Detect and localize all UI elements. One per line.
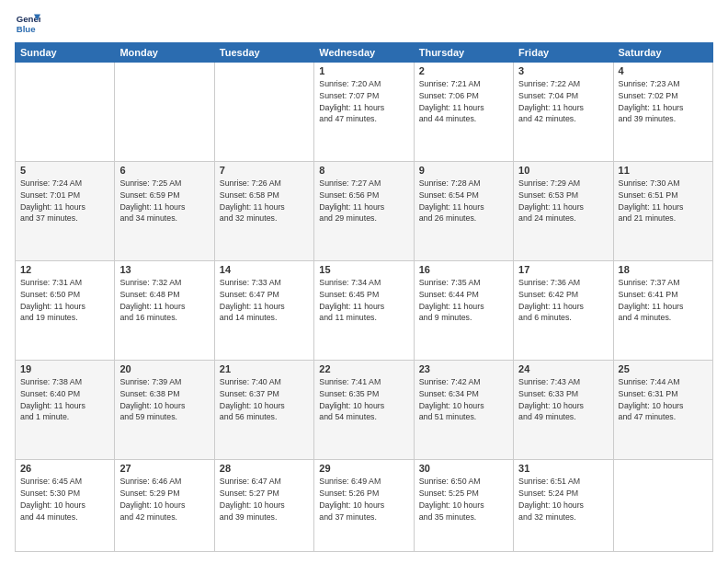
day-number: 18	[619, 264, 708, 275]
day-info: Sunrise: 7:40 AM Sunset: 6:37 PM Dayligh…	[220, 376, 309, 423]
table-row	[115, 63, 214, 162]
table-row: 28Sunrise: 6:47 AM Sunset: 5:27 PM Dayli…	[214, 460, 313, 552]
table-row: 10Sunrise: 7:29 AM Sunset: 6:53 PM Dayli…	[514, 162, 613, 261]
day-info: Sunrise: 6:47 AM Sunset: 5:27 PM Dayligh…	[220, 476, 309, 523]
table-row: 1Sunrise: 7:20 AM Sunset: 7:07 PM Daylig…	[314, 63, 414, 162]
day-info: Sunrise: 6:45 AM Sunset: 5:30 PM Dayligh…	[20, 476, 109, 523]
weekday-header-monday: Monday	[115, 43, 214, 63]
day-number: 16	[419, 264, 508, 275]
day-info: Sunrise: 7:29 AM Sunset: 6:53 PM Dayligh…	[518, 178, 608, 224]
day-info: Sunrise: 7:35 AM Sunset: 6:44 PM Dayligh…	[419, 277, 508, 324]
day-number: 22	[319, 363, 408, 374]
table-row: 26Sunrise: 6:45 AM Sunset: 5:30 PM Dayli…	[16, 460, 115, 552]
table-row: 8Sunrise: 7:27 AM Sunset: 6:56 PM Daylig…	[314, 162, 414, 261]
day-info: Sunrise: 7:43 AM Sunset: 6:33 PM Dayligh…	[518, 376, 608, 423]
table-row: 29Sunrise: 6:49 AM Sunset: 5:26 PM Dayli…	[314, 460, 414, 552]
table-row: 23Sunrise: 7:42 AM Sunset: 6:34 PM Dayli…	[414, 361, 513, 460]
day-number: 4	[619, 65, 708, 76]
table-row: 2Sunrise: 7:21 AM Sunset: 7:06 PM Daylig…	[414, 63, 513, 162]
table-row: 15Sunrise: 7:34 AM Sunset: 6:45 PM Dayli…	[314, 261, 414, 361]
table-row: 6Sunrise: 7:25 AM Sunset: 6:59 PM Daylig…	[115, 162, 214, 261]
day-number: 5	[20, 165, 109, 176]
day-info: Sunrise: 7:34 AM Sunset: 6:45 PM Dayligh…	[319, 277, 408, 324]
day-info: Sunrise: 7:25 AM Sunset: 6:59 PM Dayligh…	[119, 178, 209, 224]
table-row: 17Sunrise: 7:36 AM Sunset: 6:42 PM Dayli…	[514, 261, 613, 361]
table-row: 5Sunrise: 7:24 AM Sunset: 7:01 PM Daylig…	[16, 162, 115, 261]
day-number: 1	[319, 65, 408, 76]
table-row: 20Sunrise: 7:39 AM Sunset: 6:38 PM Dayli…	[115, 361, 214, 460]
day-number: 26	[20, 463, 109, 474]
table-row: 19Sunrise: 7:38 AM Sunset: 6:40 PM Dayli…	[16, 361, 115, 460]
table-row: 24Sunrise: 7:43 AM Sunset: 6:33 PM Dayli…	[514, 361, 613, 460]
table-row: 21Sunrise: 7:40 AM Sunset: 6:37 PM Dayli…	[214, 361, 313, 460]
day-number: 12	[20, 264, 109, 275]
day-info: Sunrise: 6:49 AM Sunset: 5:26 PM Dayligh…	[319, 476, 408, 523]
table-row: 30Sunrise: 6:50 AM Sunset: 5:25 PM Dayli…	[414, 460, 513, 552]
logo-icon: General Blue	[15, 11, 40, 37]
day-number: 30	[419, 463, 508, 474]
weekday-header-friday: Friday	[514, 43, 613, 63]
table-row	[16, 63, 115, 162]
weekday-header-row: SundayMondayTuesdayWednesdayThursdayFrid…	[16, 43, 713, 63]
day-info: Sunrise: 7:20 AM Sunset: 7:07 PM Dayligh…	[319, 78, 408, 125]
day-number: 24	[518, 363, 608, 374]
day-number: 8	[319, 165, 408, 176]
day-number: 10	[518, 165, 608, 176]
calendar-table: SundayMondayTuesdayWednesdayThursdayFrid…	[15, 42, 713, 552]
day-number: 27	[119, 463, 209, 474]
day-number: 2	[419, 65, 508, 76]
day-number: 25	[619, 363, 708, 374]
weekday-header-tuesday: Tuesday	[214, 43, 313, 63]
table-row: 13Sunrise: 7:32 AM Sunset: 6:48 PM Dayli…	[115, 261, 214, 361]
table-row: 4Sunrise: 7:23 AM Sunset: 7:02 PM Daylig…	[613, 63, 712, 162]
day-info: Sunrise: 7:44 AM Sunset: 6:31 PM Dayligh…	[619, 376, 708, 423]
table-row	[613, 460, 712, 552]
day-number: 11	[619, 165, 708, 176]
day-info: Sunrise: 7:37 AM Sunset: 6:41 PM Dayligh…	[619, 277, 708, 324]
table-row: 12Sunrise: 7:31 AM Sunset: 6:50 PM Dayli…	[16, 261, 115, 361]
day-info: Sunrise: 7:42 AM Sunset: 6:34 PM Dayligh…	[419, 376, 508, 423]
day-number: 15	[319, 264, 408, 275]
day-number: 31	[518, 463, 608, 474]
day-number: 28	[220, 463, 309, 474]
day-info: Sunrise: 7:24 AM Sunset: 7:01 PM Dayligh…	[20, 178, 109, 224]
day-number: 9	[419, 165, 508, 176]
day-number: 20	[119, 363, 209, 374]
day-info: Sunrise: 7:30 AM Sunset: 6:51 PM Dayligh…	[619, 178, 708, 224]
header: General Blue	[15, 11, 713, 37]
table-row: 22Sunrise: 7:41 AM Sunset: 6:35 PM Dayli…	[314, 361, 414, 460]
day-number: 21	[220, 363, 309, 374]
day-info: Sunrise: 7:33 AM Sunset: 6:47 PM Dayligh…	[220, 277, 309, 324]
calendar-page: General Blue SundayMondayTuesdayWednesda…	[0, 0, 728, 563]
weekday-header-thursday: Thursday	[414, 43, 513, 63]
weekday-header-saturday: Saturday	[613, 43, 712, 63]
day-number: 19	[20, 363, 109, 374]
day-number: 17	[518, 264, 608, 275]
day-info: Sunrise: 7:36 AM Sunset: 6:42 PM Dayligh…	[518, 277, 608, 324]
day-number: 6	[119, 165, 209, 176]
day-info: Sunrise: 7:39 AM Sunset: 6:38 PM Dayligh…	[119, 376, 209, 423]
day-info: Sunrise: 7:41 AM Sunset: 6:35 PM Dayligh…	[319, 376, 408, 423]
day-info: Sunrise: 6:46 AM Sunset: 5:29 PM Dayligh…	[119, 476, 209, 523]
day-info: Sunrise: 7:21 AM Sunset: 7:06 PM Dayligh…	[419, 78, 508, 125]
day-number: 7	[220, 165, 309, 176]
weekday-header-sunday: Sunday	[16, 43, 115, 63]
svg-text:Blue: Blue	[17, 24, 36, 34]
day-info: Sunrise: 6:50 AM Sunset: 5:25 PM Dayligh…	[419, 476, 508, 523]
day-number: 29	[319, 463, 408, 474]
table-row: 7Sunrise: 7:26 AM Sunset: 6:58 PM Daylig…	[214, 162, 313, 261]
day-info: Sunrise: 6:51 AM Sunset: 5:24 PM Dayligh…	[518, 476, 608, 523]
day-info: Sunrise: 7:38 AM Sunset: 6:40 PM Dayligh…	[20, 376, 109, 423]
table-row: 14Sunrise: 7:33 AM Sunset: 6:47 PM Dayli…	[214, 261, 313, 361]
table-row	[214, 63, 313, 162]
table-row: 16Sunrise: 7:35 AM Sunset: 6:44 PM Dayli…	[414, 261, 513, 361]
table-row: 9Sunrise: 7:28 AM Sunset: 6:54 PM Daylig…	[414, 162, 513, 261]
day-info: Sunrise: 7:23 AM Sunset: 7:02 PM Dayligh…	[619, 78, 708, 125]
day-info: Sunrise: 7:22 AM Sunset: 7:04 PM Dayligh…	[518, 78, 608, 125]
table-row: 3Sunrise: 7:22 AM Sunset: 7:04 PM Daylig…	[514, 63, 613, 162]
day-info: Sunrise: 7:32 AM Sunset: 6:48 PM Dayligh…	[119, 277, 209, 324]
day-number: 23	[419, 363, 508, 374]
table-row: 27Sunrise: 6:46 AM Sunset: 5:29 PM Dayli…	[115, 460, 214, 552]
day-number: 3	[518, 65, 608, 76]
table-row: 31Sunrise: 6:51 AM Sunset: 5:24 PM Dayli…	[514, 460, 613, 552]
